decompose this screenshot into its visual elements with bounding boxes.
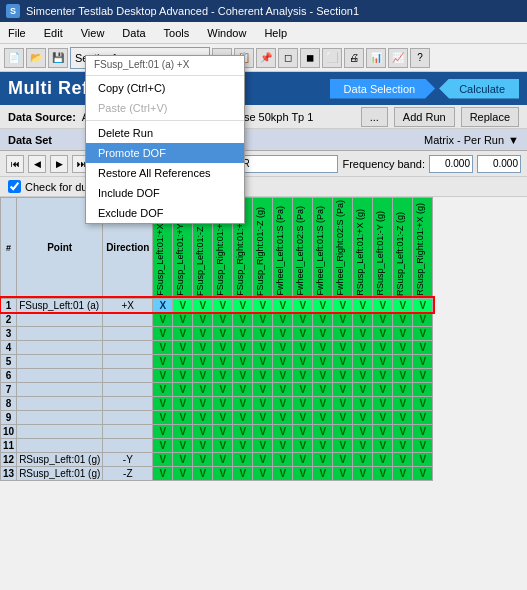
value-cell[interactable]: V [313, 396, 333, 410]
value-cell[interactable]: V [373, 368, 393, 382]
value-cell[interactable]: V [373, 340, 393, 354]
value-cell[interactable]: V [373, 452, 393, 466]
value-cell[interactable]: V [253, 466, 273, 480]
replace-button[interactable]: Replace [461, 107, 519, 127]
value-cell[interactable]: V [393, 452, 413, 466]
value-cell[interactable]: V [213, 368, 233, 382]
value-cell[interactable]: V [173, 312, 193, 326]
value-cell[interactable]: V [293, 452, 313, 466]
value-cell[interactable]: V [373, 410, 393, 424]
value-cell[interactable]: V [233, 424, 253, 438]
value-cell[interactable]: V [193, 368, 213, 382]
toolbar-b3[interactable]: ⬜ [322, 48, 342, 68]
value-cell[interactable]: V [393, 312, 413, 326]
value-cell[interactable]: V [293, 312, 313, 326]
add-run-button[interactable]: Add Run [394, 107, 455, 127]
value-cell[interactable]: V [193, 312, 213, 326]
value-cell[interactable]: V [373, 326, 393, 340]
value-cell[interactable]: V [393, 410, 413, 424]
value-cell[interactable]: V [373, 424, 393, 438]
value-cell[interactable]: V [173, 326, 193, 340]
value-cell[interactable]: V [413, 424, 433, 438]
value-cell[interactable]: V [333, 452, 353, 466]
value-cell[interactable]: V [293, 466, 313, 480]
value-cell[interactable]: V [373, 466, 393, 480]
value-cell[interactable]: V [233, 354, 253, 368]
value-cell[interactable]: V [153, 466, 173, 480]
menu-tools[interactable]: Tools [160, 25, 194, 41]
value-cell[interactable]: V [213, 298, 233, 312]
value-cell[interactable]: V [153, 340, 173, 354]
value-cell[interactable]: V [273, 466, 293, 480]
value-cell[interactable]: V [353, 312, 373, 326]
value-cell[interactable]: V [313, 368, 333, 382]
ctx-copy[interactable]: Copy (Ctrl+C) [86, 78, 244, 98]
value-cell[interactable]: V [293, 438, 313, 452]
value-cell[interactable]: V [213, 326, 233, 340]
value-cell[interactable]: V [293, 382, 313, 396]
value-cell[interactable]: V [313, 340, 333, 354]
value-cell[interactable]: V [213, 424, 233, 438]
value-cell[interactable]: V [313, 466, 333, 480]
value-cell[interactable]: V [193, 424, 213, 438]
tab-data-selection[interactable]: Data Selection [330, 79, 436, 99]
menu-window[interactable]: Window [203, 25, 250, 41]
menu-edit[interactable]: Edit [40, 25, 67, 41]
value-cell[interactable]: V [313, 452, 333, 466]
value-cell[interactable]: V [273, 396, 293, 410]
value-cell[interactable]: V [413, 438, 433, 452]
value-cell[interactable]: V [333, 298, 353, 312]
value-cell[interactable]: V [333, 396, 353, 410]
tab-calculate[interactable]: Calculate [439, 79, 519, 99]
value-cell[interactable]: V [373, 312, 393, 326]
value-cell[interactable]: V [353, 438, 373, 452]
value-cell[interactable]: V [413, 410, 433, 424]
value-cell[interactable]: V [173, 368, 193, 382]
value-cell[interactable]: V [353, 298, 373, 312]
value-cell[interactable]: V [293, 298, 313, 312]
freq-start-input[interactable] [429, 155, 473, 173]
value-cell[interactable]: V [333, 410, 353, 424]
value-cell[interactable]: V [333, 368, 353, 382]
value-cell[interactable]: V [373, 382, 393, 396]
value-cell[interactable]: V [253, 438, 273, 452]
value-cell[interactable]: V [353, 396, 373, 410]
value-cell[interactable]: V [333, 424, 353, 438]
value-cell[interactable]: V [413, 312, 433, 326]
toolbar-b4[interactable]: 🖨 [344, 48, 364, 68]
value-cell[interactable]: V [193, 466, 213, 480]
value-cell[interactable]: V [193, 354, 213, 368]
value-cell[interactable]: V [393, 326, 413, 340]
value-cell[interactable]: V [373, 438, 393, 452]
value-cell[interactable]: V [333, 326, 353, 340]
value-cell[interactable]: V [313, 298, 333, 312]
value-cell[interactable]: V [233, 438, 253, 452]
value-cell[interactable]: V [293, 410, 313, 424]
value-cell[interactable]: V [393, 424, 413, 438]
value-cell[interactable]: V [413, 382, 433, 396]
value-cell[interactable]: V [293, 354, 313, 368]
value-cell[interactable]: V [213, 466, 233, 480]
value-cell[interactable]: V [193, 410, 213, 424]
value-cell[interactable]: V [253, 326, 273, 340]
value-cell[interactable]: V [173, 298, 193, 312]
value-cell[interactable]: V [233, 298, 253, 312]
toolbar-open[interactable]: 📂 [26, 48, 46, 68]
value-cell[interactable]: V [153, 382, 173, 396]
toolbar-help[interactable]: ? [410, 48, 430, 68]
value-cell[interactable]: V [313, 424, 333, 438]
value-cell[interactable]: V [213, 396, 233, 410]
value-cell[interactable]: V [173, 382, 193, 396]
value-cell[interactable]: V [333, 438, 353, 452]
value-cell[interactable]: V [393, 396, 413, 410]
value-cell[interactable]: V [313, 382, 333, 396]
value-cell[interactable]: V [173, 340, 193, 354]
value-cell[interactable]: V [273, 452, 293, 466]
value-cell[interactable]: V [253, 410, 273, 424]
value-cell[interactable]: X [153, 298, 173, 312]
ctx-exclude-dof[interactable]: Exclude DOF [86, 203, 244, 223]
value-cell[interactable]: V [393, 466, 413, 480]
value-cell[interactable]: V [273, 354, 293, 368]
value-cell[interactable]: V [273, 382, 293, 396]
menu-file[interactable]: File [4, 25, 30, 41]
